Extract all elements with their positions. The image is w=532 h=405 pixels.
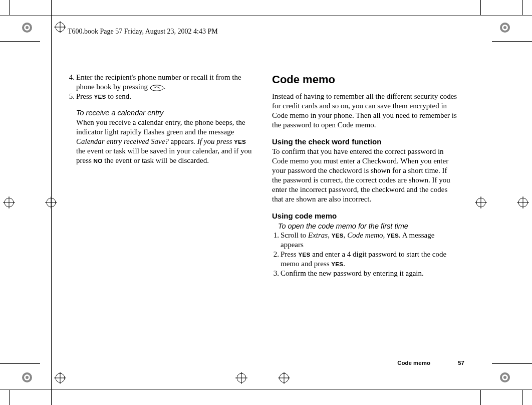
yes-key-label: YES [332,232,344,239]
list-text: Press YES to send. [76,92,253,101]
yes-key-label: YES [387,232,399,239]
svg-point-8 [26,376,29,379]
footer-page-number: 57 [458,360,464,366]
check-word-heading: Using the check word function [272,137,457,146]
crop-line-bottom [0,389,532,389]
s1d: , [383,231,387,239]
receive-paragraph: When you receive a calendar entry, the p… [76,118,253,165]
crop-line-v-outer-r [522,0,523,15]
svg-point-36 [150,85,163,91]
running-head: T600.book Page 57 Friday, August 23, 200… [68,28,218,36]
yes-key-label: YES [94,93,106,100]
list-number: 3. [272,269,281,278]
no-key-label: NO [94,157,103,164]
crop-line-bottom-inner [0,363,40,364]
registration-mark-icon [499,371,511,383]
s1-extras: Extras [308,231,328,239]
crosshair-icon [517,196,529,209]
registration-mark-icon [21,22,33,34]
rx-i2: . If you press [193,137,234,145]
list-item: 1. Scroll to Extras, YES, Code memo, YES… [272,231,457,250]
list-number: 5. [68,92,76,101]
step4-text-b: . [164,83,166,91]
list-item: 4. Enter the recipient's phone number or… [68,73,253,92]
s1b: , [328,231,332,239]
crosshair-icon [54,372,66,384]
list-item: 3. Confirm the new password by entering … [272,269,457,278]
list-text: Confirm the new password by entering it … [281,269,457,278]
s1a: Scroll to [281,231,308,239]
svg-point-5 [503,26,506,29]
right-column: Code memo Instead of having to remember … [272,73,457,278]
crosshair-icon [3,196,15,209]
crop-line-v-outer-r2 [522,390,523,405]
crop-line-v-outer-l2 [9,390,10,405]
footer-section: Code memo [397,360,430,366]
code-memo-title: Code memo [272,73,457,87]
page-footer: Code memo 57 [397,360,464,366]
crop-line-top-inner [0,41,40,42]
rx-b: appears [169,137,194,145]
crop-line-top-inner-r [492,41,532,42]
s2a: Press [281,250,298,258]
left-column: 4. Enter the recipient's phone number or… [68,73,253,278]
step5-a: Press [76,92,94,100]
receive-subhead: To receive a calendar entry [76,108,253,117]
yes-key-label: YES [298,251,310,258]
crop-line-v-inner-r [480,0,481,15]
crosshair-icon [235,372,247,384]
crosshair-icon [278,372,290,384]
registration-mark-icon [499,22,511,34]
yes-key-label: YES [331,261,343,267]
crop-line-v-inner-r2 [480,390,481,405]
crosshair-icon [54,21,66,33]
rx-i: Calendar entry received Save? [76,137,169,145]
yes-key-label: YES [234,138,246,145]
phone-key-icon [150,84,164,91]
list-number: 4. [68,73,76,92]
s2c: . [343,260,345,268]
open-first-time-subhead: To open the code memo for the first time [278,222,457,231]
list-number: 2. [272,250,281,269]
list-item: 5. Press YES to send. [68,92,253,101]
crop-line-bottom-inner-r [492,363,532,364]
list-text: Press YES and enter a 4 digit password t… [281,250,457,269]
list-text: Enter the recipient's phone number or re… [76,73,253,92]
crop-line-top [0,16,532,16]
crosshair-icon [45,196,57,209]
rx-d: the event or task will be discarded. [103,156,209,164]
intro-paragraph: Instead of having to remember all the di… [272,92,457,130]
step5-b: to send. [106,92,131,100]
using-code-memo-heading: Using code memo [272,211,457,221]
page-content: 4. Enter the recipient's phone number or… [68,73,468,278]
svg-point-11 [503,376,506,379]
crosshair-icon [475,196,487,209]
svg-point-2 [26,26,29,29]
list-item: 2. Press YES and enter a 4 digit passwor… [272,250,457,269]
s1-codememo: Code memo [347,231,383,239]
list-text: Scroll to Extras, YES, Code memo, YES. A… [281,231,457,250]
registration-mark-icon [21,371,33,383]
list-number: 1. [272,231,281,250]
check-word-body: To confirm that you have entered the cor… [272,147,457,204]
crop-line-v-outer-l [9,0,10,15]
rx-a: When you receive a calendar entry, the p… [76,118,245,136]
